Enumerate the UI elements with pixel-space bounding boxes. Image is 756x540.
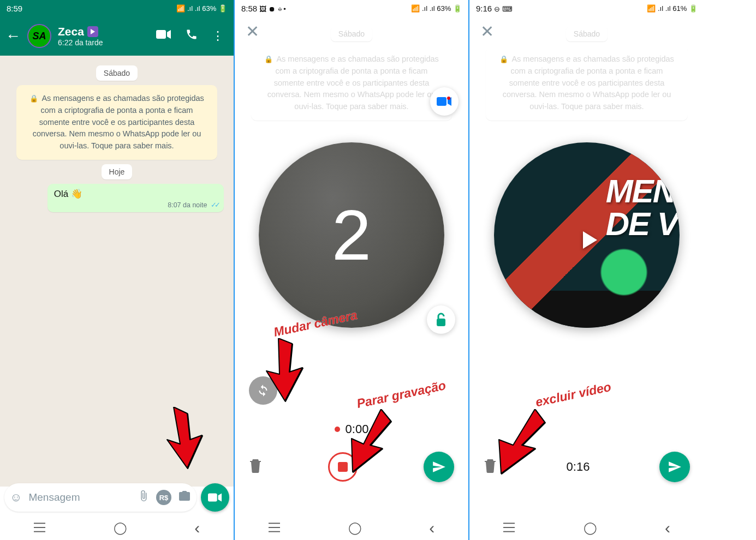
encryption-notice-faded: 🔒 As mensagens e as chamadas são protegi… [251,46,452,121]
send-button[interactable] [659,452,690,482]
close-button[interactable]: ✕ [480,22,494,41]
svg-rect-2 [208,494,217,502]
date-separator-faded: Sábado [566,26,608,41]
encryption-notice[interactable]: 🔒 As mensagens e as chamadas são protegi… [16,85,217,160]
nav-back-icon[interactable]: ‹ [194,519,200,537]
play-icon[interactable] [583,231,597,249]
video-duration: 0:16 [567,460,590,474]
read-ticks-icon: ✓✓ [211,201,218,209]
message-text: Olá 👋 [54,188,218,200]
send-button[interactable] [424,452,454,482]
svg-rect-5 [437,319,445,326]
date-separator-faded: Sábado [331,26,372,41]
lock-icon: 🔒 [29,94,38,103]
date-separator-today: Hoje [102,164,133,179]
play-badge-icon [87,26,98,37]
encryption-notice-faded: 🔒 As mensagens e as chamadas são protegi… [486,46,688,121]
status-time: 8:58 [241,4,257,13]
contact-last-seen: 6:22 da tarde [58,38,150,47]
video-overlay-text: MENS DE V [606,175,680,241]
delete-button[interactable] [249,458,262,477]
chat-header: ← SA Zeca 6:22 da tarde ⋮ [0,16,234,56]
screen-3-recorded-preview: 9:16 ⊖ ⌨ 📶 .ıl .ıl 61% 🔋 ✕ Sábado 🔒 As m… [469,0,704,540]
system-nav-bar: ||| ◯ ‹ [0,516,234,540]
svg-point-4 [447,97,450,100]
video-preview-circle[interactable]: MENS DE V [494,142,680,328]
status-left-icons: ⊖ ⌨ [494,5,513,13]
close-button[interactable]: ✕ [246,22,259,41]
nav-home-icon[interactable]: ◯ [114,521,127,535]
status-bar: 8:58 🖼 ⏺ ⊖ • 📶 .ıl .ıl 63% 🔋 [235,0,468,16]
status-indicators: 📶 .ıl .ıl 61% 🔋 [647,4,698,13]
countdown-number: 2 [332,194,371,276]
svg-marker-7 [352,409,391,472]
contact-name: Zeca [58,25,84,38]
svg-rect-0 [156,30,166,39]
svg-marker-6 [266,338,302,401]
status-time: 8:59 [7,4,22,13]
back-arrow-icon[interactable]: ← [5,27,21,45]
nav-recents-icon[interactable]: ||| [267,521,282,534]
screen-2-recording-countdown: 8:58 🖼 ⏺ ⊖ • 📶 .ıl .ıl 63% 🔋 ✕ Sábado 🔒 … [235,0,469,540]
annotation-delete-video: excluir vídeo [534,380,612,410]
recording-overlay: Sábado 🔒 As mensagens e as chamadas são … [235,16,468,514]
lock-icon: 🔒 [499,55,508,63]
status-left-icons: 🖼 ⏺ ⊖ • [259,5,285,13]
attach-icon[interactable] [138,490,150,505]
video-message-fab[interactable] [201,483,229,512]
nav-back-icon[interactable]: ‹ [429,519,434,537]
nav-back-icon[interactable]: ‹ [665,519,670,537]
more-menu-icon[interactable]: ⋮ [212,29,224,43]
compose-bar: ☺ Mensagem R$ [0,481,234,514]
status-indicators: 📶 .ıl .ıl 63% 🔋 [411,4,462,13]
contact-info[interactable]: Zeca 6:22 da tarde [58,25,150,47]
system-nav-bar: ||| ◯ ‹ [235,516,468,540]
status-bar: 9:16 ⊖ ⌨ 📶 .ıl .ıl 61% 🔋 [469,0,704,16]
svg-marker-1 [167,407,202,468]
message-input-container[interactable]: ☺ Mensagem R$ [4,483,197,512]
nav-home-icon[interactable]: ◯ [348,521,362,535]
camera-icon[interactable] [178,489,191,506]
svg-rect-3 [437,97,447,106]
status-indicators: 📶 .ıl .ıl 63% 🔋 [176,4,227,13]
camera-mode-button[interactable] [430,87,459,116]
video-preview-circle: 2 [259,142,444,328]
annotation-arrow-1 [157,407,217,475]
annotation-arrow-switch [262,338,311,406]
emoji-icon[interactable]: ☺ [10,490,22,505]
message-time: 8:07 da noite [168,201,207,209]
date-separator: Sábado [96,65,138,81]
annotation-stop-recording: Parar gravação [355,378,447,411]
outgoing-message[interactable]: Olá 👋 8:07 da noite ✓✓ [47,184,224,212]
svg-marker-8 [499,409,545,473]
recording-dot-icon [335,427,340,432]
contact-avatar[interactable]: SA [27,24,51,48]
annotation-arrow-delete [491,409,551,477]
message-input-placeholder: Mensagem [28,491,131,503]
preview-overlay: Sábado 🔒 As mensagens e as chamadas são … [469,16,704,514]
voice-call-icon[interactable] [186,28,198,44]
screen-1-whatsapp-chat: 8:59 📶 .ıl .ıl 63% 🔋 ← SA Zeca 6:22 da t… [0,0,235,540]
video-call-icon[interactable] [156,29,171,43]
nav-home-icon[interactable]: ◯ [584,521,597,535]
status-bar: 8:59 📶 .ıl .ıl 63% 🔋 [0,0,234,16]
system-nav-bar: ||| ◯ ‹ [469,516,704,540]
status-time: 9:16 [476,4,492,13]
nav-recents-icon[interactable]: ||| [503,521,517,534]
annotation-arrow-stop [343,409,397,477]
lock-recording-button[interactable] [427,305,455,334]
lock-icon: 🔒 [264,55,273,63]
payment-icon[interactable]: R$ [156,490,171,505]
nav-recents-icon[interactable]: ||| [33,521,47,534]
